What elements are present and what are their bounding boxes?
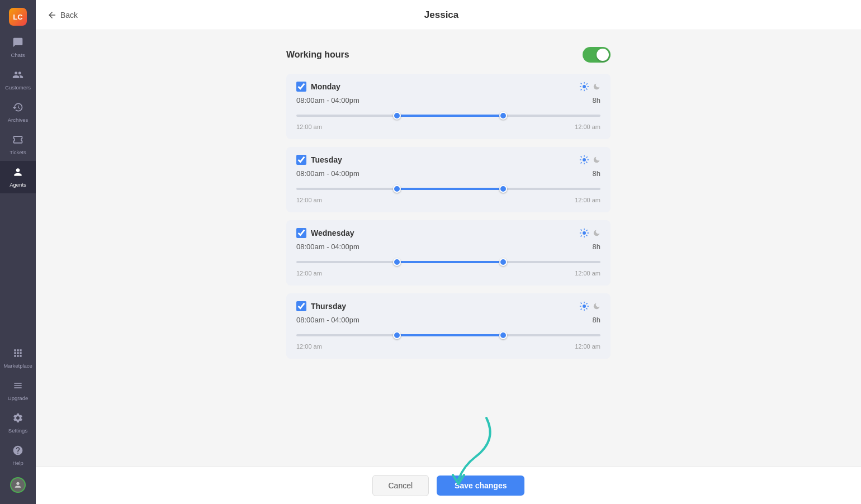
slider-label-start-monday: 12:00 am — [296, 123, 322, 130]
day-time-row-tuesday: 08:00am - 04:00pm 8h — [296, 169, 600, 178]
moon-icon-thursday — [593, 302, 600, 310]
avatar — [10, 477, 26, 493]
day-card-thursday: Thursday 08:00am - 04:00pm 8h 12:00 am 1… — [286, 293, 611, 359]
day-header-monday: Monday — [296, 82, 600, 92]
working-hours-toggle[interactable] — [583, 47, 611, 63]
slider-labels-tuesday: 12:00 am 12:00 am — [296, 197, 600, 203]
slider-thumb-end-wednesday[interactable] — [499, 258, 507, 266]
svg-point-0 — [16, 482, 19, 485]
sidebar-item-label-tickets: Tickets — [10, 149, 26, 155]
svg-point-1 — [583, 85, 586, 88]
day-slider-thursday[interactable] — [296, 330, 600, 341]
day-card-wednesday: Wednesday 08:00am - 04:00pm 8h 12:00 am … — [286, 220, 611, 286]
slider-track-thursday — [296, 334, 600, 336]
save-button[interactable]: Save changes — [437, 476, 524, 496]
back-button[interactable]: Back — [47, 10, 78, 20]
day-name-thursday: Thursday — [311, 302, 346, 311]
day-header-tuesday: Tuesday — [296, 155, 600, 165]
archives-icon — [12, 102, 23, 115]
page-header: Back Jessica — [36, 0, 861, 30]
sidebar-item-customers[interactable]: Customers — [0, 64, 36, 96]
day-slider-wednesday[interactable] — [296, 256, 600, 268]
day-slider-tuesday[interactable] — [296, 183, 600, 194]
day-left-monday: Monday — [296, 82, 340, 92]
day-time-text-wednesday: 08:00am - 04:00pm — [296, 243, 359, 251]
back-arrow-icon — [47, 10, 57, 20]
customers-icon — [12, 69, 23, 82]
slider-fill-monday — [397, 115, 503, 117]
day-slider-monday[interactable] — [296, 110, 600, 121]
cancel-button[interactable]: Cancel — [372, 475, 429, 496]
sidebar-item-upgrade[interactable]: Upgrade — [0, 374, 36, 407]
day-time-row-monday: 08:00am - 04:00pm 8h — [296, 96, 600, 104]
slider-fill-tuesday — [397, 188, 503, 190]
app-logo[interactable]: LC — [9, 8, 27, 26]
slider-fill-wednesday — [397, 261, 503, 263]
moon-icon-monday — [593, 83, 600, 91]
day-duration-monday: 8h — [593, 96, 600, 104]
sidebar-item-label-agents: Agents — [10, 182, 26, 188]
sun-icon-thursday — [579, 301, 589, 311]
day-checkbox-tuesday[interactable] — [296, 155, 306, 165]
user-avatar[interactable] — [0, 472, 36, 498]
main-content: Back Jessica Working hours Monday — [36, 0, 861, 504]
day-checkbox-thursday[interactable] — [296, 301, 306, 311]
sidebar-item-label-archives: Archives — [8, 117, 28, 123]
day-left-wednesday: Wednesday — [296, 228, 354, 238]
day-name-monday: Monday — [311, 82, 340, 91]
footer: Cancel Save changes — [36, 467, 861, 504]
working-hours-section: Working hours Monday 08:00am - 04:00pm 8… — [286, 47, 611, 367]
sidebar-item-help[interactable]: Help — [0, 439, 36, 472]
moon-icon-wednesday — [593, 229, 600, 237]
slider-label-start-thursday: 12:00 am — [296, 343, 322, 350]
slider-thumb-end-thursday[interactable] — [499, 331, 507, 339]
day-name-wednesday: Wednesday — [311, 229, 354, 237]
sidebar-item-settings[interactable]: Settings — [0, 407, 36, 439]
slider-thumb-start-thursday[interactable] — [393, 331, 401, 339]
day-card-monday: Monday 08:00am - 04:00pm 8h 12:00 am 12:… — [286, 74, 611, 139]
day-header-thursday: Thursday — [296, 301, 600, 311]
marketplace-icon — [12, 348, 23, 360]
sidebar-item-label-settings: Settings — [8, 427, 27, 434]
slider-label-end-tuesday: 12:00 am — [575, 197, 600, 203]
sidebar-item-label-chats: Chats — [11, 52, 25, 58]
day-time-text-tuesday: 08:00am - 04:00pm — [296, 169, 359, 178]
day-time-text-thursday: 08:00am - 04:00pm — [296, 316, 359, 324]
content-area: Working hours Monday 08:00am - 04:00pm 8… — [36, 30, 861, 504]
sidebar-item-archives[interactable]: Archives — [0, 96, 36, 129]
chats-icon — [12, 37, 23, 50]
day-right-tuesday — [579, 155, 600, 165]
sidebar-item-label-marketplace: Marketplace — [3, 363, 32, 369]
sidebar-item-marketplace[interactable]: Marketplace — [0, 342, 36, 374]
slider-thumb-end-tuesday[interactable] — [499, 185, 507, 193]
day-cards-container: Monday 08:00am - 04:00pm 8h 12:00 am 12:… — [286, 74, 611, 359]
sidebar-item-agents[interactable]: Agents — [0, 161, 36, 193]
slider-label-end-monday: 12:00 am — [575, 123, 600, 130]
sun-icon-wednesday — [579, 228, 589, 238]
slider-thumb-start-tuesday[interactable] — [393, 185, 401, 193]
page-title: Jessica — [78, 9, 805, 21]
day-left-tuesday: Tuesday — [296, 155, 342, 165]
agents-icon — [12, 167, 23, 179]
slider-label-start-tuesday: 12:00 am — [296, 197, 322, 203]
day-checkbox-wednesday[interactable] — [296, 228, 306, 238]
slider-thumb-end-monday[interactable] — [499, 112, 507, 120]
working-hours-title: Working hours — [286, 50, 349, 60]
day-left-thursday: Thursday — [296, 301, 346, 311]
day-duration-tuesday: 8h — [593, 169, 600, 178]
svg-point-4 — [583, 305, 586, 308]
day-checkbox-monday[interactable] — [296, 82, 306, 92]
slider-track-monday — [296, 115, 600, 117]
slider-thumb-start-wednesday[interactable] — [393, 258, 401, 266]
day-right-wednesday — [579, 228, 600, 238]
sidebar-item-tickets[interactable]: Tickets — [0, 129, 36, 161]
slider-labels-wednesday: 12:00 am 12:00 am — [296, 270, 600, 277]
sidebar-item-chats[interactable]: Chats — [0, 31, 36, 64]
slider-label-end-thursday: 12:00 am — [575, 343, 600, 350]
svg-point-3 — [583, 231, 586, 235]
settings-icon — [12, 412, 23, 425]
slider-track-wednesday — [296, 261, 600, 263]
slider-thumb-start-monday[interactable] — [393, 112, 401, 120]
day-card-tuesday: Tuesday 08:00am - 04:00pm 8h 12:00 am 12… — [286, 147, 611, 212]
sidebar: LC Chats Customers Archives Tickets Agen… — [0, 0, 36, 504]
